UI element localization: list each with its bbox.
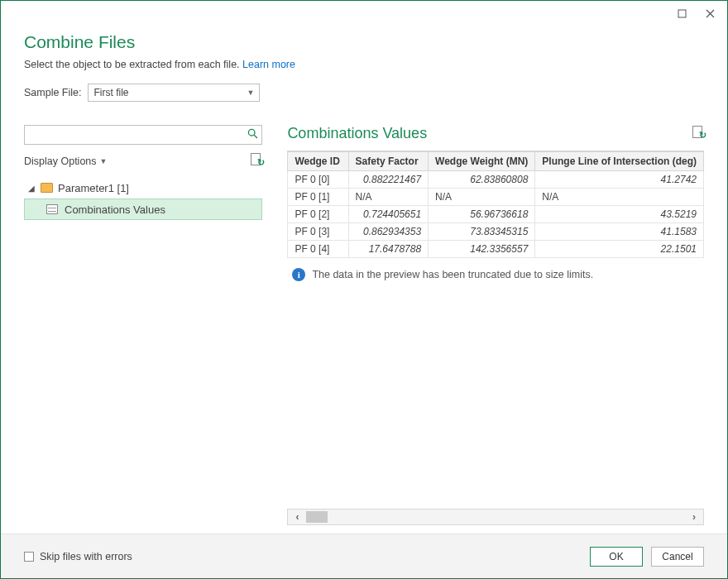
cell: PF 0 [2] (288, 206, 348, 223)
cell: 73.83345315 (429, 223, 535, 241)
cell: 41.2742 (535, 171, 704, 189)
skip-errors-label: Skip files with errors (40, 551, 132, 562)
chevron-down-icon: ▼ (100, 157, 108, 165)
cell: 0.882221467 (348, 171, 429, 189)
cell: 142.3356557 (429, 241, 535, 258)
sample-file-select[interactable]: First file ▼ (88, 84, 260, 102)
table-row[interactable]: PF 0 [4] 17.6478788 142.3356557 22.1501 (288, 241, 704, 258)
svg-line-2 (255, 135, 258, 138)
cell: 62.83860808 (429, 171, 535, 189)
search-input[interactable] (30, 127, 247, 143)
preview-table: Wedge ID Safety Factor Wedge Weight (MN)… (287, 151, 704, 258)
cell: PF 0 [4] (288, 241, 348, 258)
column-header[interactable]: Safety Factor (348, 152, 429, 171)
horizontal-scrollbar[interactable]: ‹ › (287, 509, 704, 525)
dialog-footer: Skip files with errors OK Cancel (1, 534, 727, 578)
cell: PF 0 [1] (288, 189, 348, 206)
display-options-dropdown[interactable]: Display Options ▼ (24, 156, 107, 167)
close-button[interactable] (697, 4, 722, 22)
ok-button[interactable]: OK (590, 547, 643, 567)
cell: N/A (535, 189, 704, 206)
folder-icon (41, 183, 53, 193)
collapse-icon[interactable]: ◢ (27, 184, 36, 193)
truncation-message: i The data in the preview has been trunc… (287, 258, 704, 291)
tree-child-label: Combinations Values (65, 203, 165, 216)
dialog-subtitle: Select the object to be extracted from e… (24, 59, 704, 70)
svg-point-1 (249, 129, 256, 136)
scroll-thumb[interactable] (306, 511, 328, 523)
sample-file-value: First file (93, 87, 128, 98)
refresh-icon[interactable]: ↻ (251, 153, 262, 169)
table-icon (46, 204, 58, 214)
table-row[interactable]: PF 0 [2] 0.724405651 56.96736618 43.5219 (288, 206, 704, 223)
table-row[interactable]: PF 0 [1] N/A N/A N/A (288, 189, 704, 206)
svg-rect-0 (678, 10, 686, 17)
cell: 0.862934353 (348, 223, 429, 241)
chevron-down-icon: ▼ (247, 89, 255, 97)
tree-child-item[interactable]: Combinations Values (24, 199, 262, 220)
column-header[interactable]: Plunge Line of Intersection (deg) (535, 152, 704, 171)
preview-refresh-icon[interactable]: ↻ (692, 126, 704, 141)
combine-files-dialog: Combine Files Select the object to be ex… (0, 0, 728, 579)
subtitle-text: Select the object to be extracted from e… (24, 59, 242, 70)
cell: N/A (429, 189, 535, 206)
tree-root-label: Parameter1 [1] (58, 182, 129, 194)
cell: 22.1501 (535, 241, 704, 258)
dialog-title: Combine Files (24, 32, 704, 52)
cell: PF 0 [0] (288, 171, 348, 189)
sample-file-label: Sample File: (24, 87, 81, 98)
info-icon: i (292, 268, 305, 281)
table-row[interactable]: PF 0 [3] 0.862934353 73.83345315 41.1583 (288, 223, 704, 241)
scroll-track[interactable] (306, 510, 685, 524)
cell: 56.96736618 (429, 206, 535, 223)
maximize-button[interactable] (669, 4, 694, 22)
cancel-button[interactable]: Cancel (651, 547, 704, 567)
cell: 17.6478788 (348, 241, 429, 258)
skip-errors-checkbox[interactable]: Skip files with errors (24, 551, 132, 562)
tree-root-item[interactable]: ◢ Parameter1 [1] (24, 177, 262, 199)
learn-more-link[interactable]: Learn more (242, 59, 295, 70)
cell: 41.1583 (535, 223, 704, 241)
sample-file-row: Sample File: First file ▼ (24, 84, 704, 102)
truncation-text: The data in the preview has been truncat… (312, 269, 593, 280)
checkbox-box (24, 552, 34, 562)
table-row[interactable]: PF 0 [0] 0.882221467 62.83860808 41.2742 (288, 171, 704, 189)
scroll-right-button[interactable]: › (685, 510, 703, 524)
column-header[interactable]: Wedge Weight (MN) (429, 152, 535, 171)
display-options-label: Display Options (24, 156, 97, 167)
cell: N/A (348, 189, 429, 206)
object-tree: ◢ Parameter1 [1] Combinations Values (24, 177, 262, 220)
preview-title: Combinations Values (287, 125, 427, 142)
scroll-left-button[interactable]: ‹ (288, 510, 306, 524)
search-box[interactable] (24, 125, 262, 145)
preview-pane: Combinations Values ↻ Wedge ID Safety Fa… (287, 125, 704, 525)
search-icon[interactable] (247, 128, 258, 141)
cell: 43.5219 (535, 206, 704, 223)
navigator-pane: Display Options ▼ ↻ ◢ Parameter1 [1] (24, 125, 262, 525)
cell: PF 0 [3] (288, 223, 348, 241)
cell: 0.724405651 (348, 206, 429, 223)
column-header[interactable]: Wedge ID (288, 152, 348, 171)
titlebar (1, 1, 727, 26)
table-header-row: Wedge ID Safety Factor Wedge Weight (MN)… (288, 152, 704, 171)
